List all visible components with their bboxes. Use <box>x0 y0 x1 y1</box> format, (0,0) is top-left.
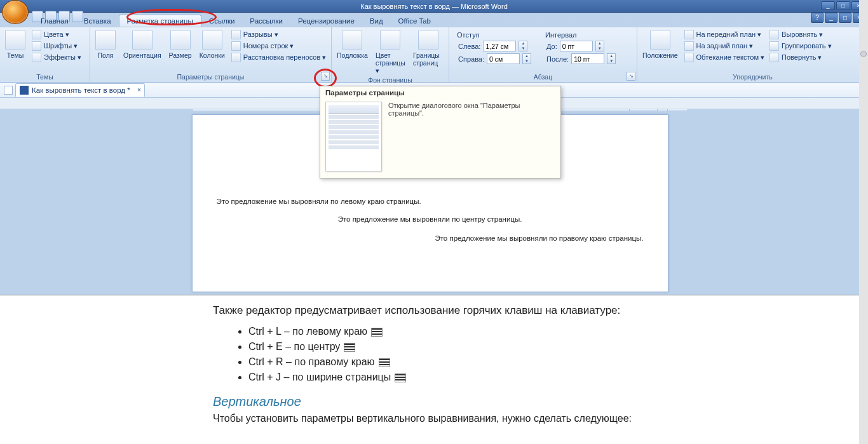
text-wrap-button[interactable]: Обтекание текстом ▾ <box>683 52 766 63</box>
margins-icon <box>95 30 116 50</box>
page-scrollbar-sliver[interactable] <box>859 0 868 444</box>
pagecolor-icon <box>380 30 400 50</box>
list-item: Ctrl + R – по правому краю <box>248 356 868 368</box>
spacing-before-input[interactable] <box>560 41 593 51</box>
align-label: Выровнять ▾ <box>782 30 823 39</box>
group-paragraph: Отступ Слева: ▲▼ Справа: ▲▼ <box>449 27 637 82</box>
tab-mailings[interactable]: Рассылки <box>242 15 290 27</box>
window-title: Как выровнять текст в ворд — Microsoft W… <box>360 3 508 10</box>
line-numbers-button[interactable]: Номера строк ▾ <box>230 41 328 51</box>
page-setup-launcher[interactable]: ↘ <box>321 72 330 81</box>
indent-right-field[interactable]: Справа: ▲▼ <box>456 53 531 65</box>
page-setup-tooltip: Параметры страницы Открытие диалогового … <box>320 86 561 178</box>
doc-line-left: Это предложение мы выровняли по левому к… <box>217 198 421 205</box>
group-page-background: Подложка Цвет страницы ▾ Границы страниц… <box>332 27 449 82</box>
position-button[interactable]: Положение <box>640 29 681 60</box>
doctabs-new-icon[interactable] <box>4 86 13 95</box>
tab-view[interactable]: Вид <box>362 15 391 27</box>
tab-review[interactable]: Рецензирование <box>290 15 362 27</box>
themes-icon <box>5 30 25 50</box>
spacing-after-field[interactable]: После: ▲▼ <box>544 53 616 65</box>
linenum-icon <box>231 41 241 51</box>
ruler-mark: 4 <box>312 109 315 111</box>
scroll-handle-icon[interactable] <box>860 51 867 57</box>
paragraph-launcher[interactable]: ↘ <box>627 72 635 81</box>
spacing-before-field[interactable]: До: ▲▼ <box>544 40 616 52</box>
bring-front-button[interactable]: На передний план ▾ <box>683 29 766 40</box>
effects-icon <box>32 53 41 62</box>
breaks-label: Разрывы ▾ <box>243 30 278 39</box>
send-back-button[interactable]: На задний план ▾ <box>683 41 766 51</box>
tab-references[interactable]: Ссылки <box>201 15 243 27</box>
indent-left-input[interactable] <box>483 41 516 51</box>
hyphen-icon <box>231 53 241 62</box>
align-center-icon <box>344 343 355 352</box>
tooltip-title: Параметры страницы <box>320 86 560 99</box>
indent-right-input[interactable] <box>487 53 520 64</box>
group-button[interactable]: Группировать ▾ <box>768 41 833 51</box>
article-subheading: Вертикальное <box>213 394 868 409</box>
doc-line-right: Это предложение мы выровняли по правому … <box>435 234 643 242</box>
columns-icon <box>202 30 222 50</box>
indent-left-field[interactable]: Слева: ▲▼ <box>456 40 531 52</box>
colors-button[interactable]: Цвета ▾ <box>31 29 83 40</box>
group-themes-label: Темы <box>3 72 87 82</box>
document-tab[interactable]: Как выровнять текст в ворд * × <box>15 83 145 97</box>
tab-page-layout[interactable]: Разметка страницы <box>119 15 201 27</box>
group-paragraph-label: Абзац <box>452 72 634 82</box>
spacing-after-label: После: <box>546 55 569 63</box>
borders-label: Границы страниц <box>413 51 444 67</box>
list-item: Ctrl + L – по левому краю <box>248 326 868 337</box>
margins-label: Поля <box>98 51 114 59</box>
margins-button[interactable]: Поля <box>93 29 118 60</box>
list-item-text: Ctrl + J – по ширине страницы <box>248 372 391 382</box>
hyphenation-button[interactable]: Расстановка переносов ▾ <box>230 52 328 63</box>
align-left-icon <box>371 328 383 337</box>
effects-button[interactable]: Эффекты ▾ <box>31 52 83 63</box>
size-button[interactable]: Размер <box>166 29 194 60</box>
rotate-icon <box>770 53 779 62</box>
indent-right-spinner[interactable]: ▲▼ <box>522 53 531 64</box>
list-item-text: Ctrl + L – по левому краю <box>248 326 367 337</box>
win-max-button[interactable]: □ <box>836 1 850 10</box>
themes-button[interactable]: Темы <box>3 29 28 60</box>
front-icon <box>684 30 694 39</box>
rotate-button[interactable]: Повернуть ▾ <box>768 52 833 63</box>
article-subtext: Чтобы установить параметры вертикального… <box>213 413 868 424</box>
indent-heading: Отступ <box>456 30 531 39</box>
spacing-after-input[interactable] <box>571 53 604 64</box>
palette-icon <box>32 30 41 39</box>
page-color-button[interactable]: Цвет страницы ▾ <box>373 29 408 76</box>
orientation-button[interactable]: Ориентация <box>121 29 164 60</box>
tab-home[interactable]: Главная <box>33 15 76 27</box>
align-button[interactable]: Выровнять ▾ <box>768 29 833 40</box>
win-min-button[interactable]: _ <box>821 1 835 10</box>
spacing-after-spinner[interactable]: ▲▼ <box>607 53 616 64</box>
word-window: Как выровнять текст в ворд — Microsoft W… <box>0 0 868 295</box>
colors-label: Цвета ▾ <box>44 30 69 39</box>
tab-insert[interactable]: Вставка <box>76 15 119 27</box>
columns-button[interactable]: Колонки <box>197 29 227 60</box>
linenum-label: Номера строк ▾ <box>243 42 294 50</box>
align-right-icon <box>379 358 390 367</box>
editing-panel-label: Реда <box>667 109 688 111</box>
wrap-label: Обтекание текстом ▾ <box>696 53 765 62</box>
borders-icon <box>418 30 438 50</box>
breaks-button[interactable]: Разрывы ▾ <box>230 29 328 40</box>
front-label: На передний план ▾ <box>696 30 762 39</box>
list-item: Ctrl + J – по ширине страницы <box>248 372 868 383</box>
page-borders-button[interactable]: Границы страниц <box>410 29 446 68</box>
group-label-txt: Группировать ▾ <box>782 42 832 50</box>
doc-line-center: Это предложение мы выровняли по центру с… <box>193 215 668 223</box>
document-tab-close[interactable]: × <box>137 86 141 93</box>
tab-officetab[interactable]: Office Tab <box>391 15 438 27</box>
word-doc-icon <box>20 86 29 95</box>
tooltip-preview-icon <box>325 102 382 172</box>
list-item: Ctrl + E – по центру <box>248 341 868 353</box>
indent-left-spinner[interactable]: ▲▼ <box>519 41 527 51</box>
fonts-button[interactable]: Шрифты ▾ <box>31 41 83 51</box>
office-button[interactable] <box>2 0 29 24</box>
watermark-button[interactable]: Подложка <box>334 29 370 60</box>
indent-right-label: Справа: <box>458 55 484 63</box>
styles-dropdown[interactable]: стили ▾ <box>629 109 657 111</box>
